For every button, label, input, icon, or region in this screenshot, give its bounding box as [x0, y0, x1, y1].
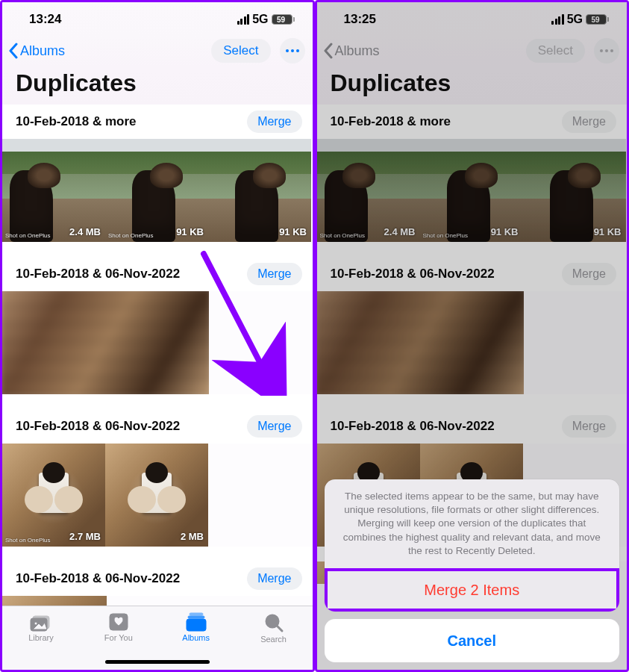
- cancel-button[interactable]: Cancel: [325, 619, 620, 662]
- status-bar: 13:24 5G 59: [2, 2, 313, 37]
- back-button: Albums: [323, 43, 380, 59]
- svg-line-9: [277, 626, 282, 631]
- watermark: Shot on OnePlus: [108, 232, 153, 239]
- tab-library[interactable]: Library: [11, 612, 71, 670]
- tab-label: Albums: [182, 633, 210, 642]
- more-button: [594, 38, 619, 63]
- file-size: 91 KB: [279, 226, 307, 237]
- ellipsis-icon: [286, 49, 299, 52]
- thumbnail[interactable]: Shot on OnePlus 2.4 MB: [2, 139, 105, 242]
- group-title: 10-Feb-2018 & 06-Nov-2022: [331, 267, 495, 281]
- tab-label: Library: [28, 633, 54, 642]
- watermark: Shot on OnePlus: [5, 537, 50, 544]
- thumbnail[interactable]: 2 MB: [105, 444, 208, 547]
- file-size: 2 MB: [181, 531, 204, 542]
- action-sheet: The selected items appear to be the same…: [325, 479, 620, 662]
- page-title: Duplicates: [2, 68, 313, 105]
- file-size: 2.4 MB: [384, 226, 416, 237]
- library-icon: [30, 612, 52, 632]
- file-size: 91 KB: [176, 226, 204, 237]
- phone-left: 13:24 5G 59 Albums Select Duplicates 10-…: [0, 0, 315, 672]
- thumbnail[interactable]: Shot on OnePlus 2.7 MB: [2, 444, 105, 547]
- group-title: 10-Feb-2018 & 06-Nov-2022: [16, 419, 180, 434]
- file-size: 2.7 MB: [69, 531, 101, 542]
- tab-search[interactable]: Search: [244, 612, 304, 670]
- action-sheet-message: The selected items appear to be the same…: [325, 479, 620, 568]
- status-right: 5G 59: [551, 13, 609, 26]
- duplicate-group: 10-Feb-2018 & 06-Nov-2022 Merge: [2, 257, 313, 394]
- file-size: 2.4 MB: [69, 226, 101, 237]
- group-title: 10-Feb-2018 & more: [16, 114, 137, 129]
- merge-button[interactable]: Merge: [247, 263, 301, 285]
- thumbnail[interactable]: Shot on OnePlus 91 KB: [105, 139, 208, 242]
- merge-button: Merge: [562, 263, 616, 285]
- chevron-left-icon: [8, 43, 19, 59]
- battery-icon: 59: [272, 14, 295, 25]
- group-title: 10-Feb-2018 & 06-Nov-2022: [16, 571, 180, 586]
- nav-bar: Albums Select: [2, 37, 313, 68]
- page-title: Duplicates: [317, 68, 628, 105]
- more-button[interactable]: [280, 38, 305, 63]
- merge-button: Merge: [562, 415, 616, 438]
- merge-items-button[interactable]: Merge 2 Items: [325, 568, 620, 612]
- svg-rect-5: [190, 613, 203, 615]
- signal-icon: [237, 14, 250, 25]
- battery-icon: 59: [586, 14, 609, 25]
- thumbnail: Shot on OnePlus 91 KB: [420, 139, 523, 242]
- merge-button[interactable]: Merge: [247, 111, 301, 133]
- group-title: 10-Feb-2018 & 06-Nov-2022: [331, 419, 495, 434]
- albums-icon: [185, 612, 207, 632]
- svg-rect-7: [187, 619, 206, 631]
- duplicate-group: 10-Feb-2018 & 06-Nov-2022 Merge Shot on …: [2, 409, 313, 547]
- duplicate-group: 10-Feb-2018 & more Merge Shot on OnePlus…: [2, 105, 313, 242]
- merge-button[interactable]: Merge: [247, 567, 301, 590]
- tab-label: For You: [104, 633, 133, 642]
- watermark: Shot on OnePlus: [320, 232, 365, 239]
- thumbnail[interactable]: [2, 596, 107, 606]
- back-label: Albums: [335, 43, 380, 59]
- back-button[interactable]: Albums: [8, 43, 65, 59]
- status-time: 13:25: [344, 12, 376, 27]
- thumbnail[interactable]: 91 KB: [208, 139, 311, 242]
- status-bar: 13:25 5G 59: [317, 2, 628, 37]
- group-title: 10-Feb-2018 & 06-Nov-2022: [16, 267, 180, 281]
- merge-button[interactable]: Merge: [247, 415, 301, 438]
- duplicate-group: 10-Feb-2018 & 06-Nov-2022 Merge: [317, 257, 628, 394]
- content[interactable]: 10-Feb-2018 & more Merge Shot on OnePlus…: [2, 105, 313, 606]
- network-label: 5G: [567, 13, 583, 26]
- home-indicator[interactable]: [105, 660, 210, 664]
- phone-right: 13:25 5G 59 Albums Select Duplicates 10-…: [315, 0, 630, 672]
- svg-rect-6: [188, 616, 204, 618]
- tab-bar: Library For You Albums Search: [2, 606, 313, 670]
- thumbnail[interactable]: [2, 291, 209, 394]
- file-size: 91 KB: [491, 226, 519, 237]
- duplicate-group: 10-Feb-2018 & 06-Nov-2022 Merge: [2, 561, 313, 606]
- svg-point-3: [34, 622, 37, 625]
- merge-button: Merge: [562, 111, 616, 133]
- thumbnail: Shot on OnePlus 2.4 MB: [317, 139, 420, 242]
- watermark: Shot on OnePlus: [423, 232, 468, 239]
- signal-icon: [551, 14, 564, 25]
- nav-bar: Albums Select: [317, 37, 628, 68]
- thumbnail: 91 KB: [523, 139, 626, 242]
- thumbnail: [317, 291, 524, 394]
- chevron-left-icon: [323, 43, 334, 59]
- search-icon: [263, 612, 284, 633]
- network-label: 5G: [252, 13, 268, 26]
- select-button: Select: [526, 39, 585, 63]
- ellipsis-icon: [600, 49, 613, 52]
- group-title: 10-Feb-2018 & more: [331, 114, 451, 129]
- status-time: 13:24: [29, 12, 61, 27]
- file-size: 91 KB: [594, 226, 622, 237]
- foryou-icon: [108, 612, 129, 632]
- watermark: Shot on OnePlus: [5, 232, 50, 239]
- status-right: 5G 59: [237, 13, 295, 26]
- duplicate-group: 10-Feb-2018 & more Merge Shot on OnePlus…: [317, 105, 628, 242]
- tab-label: Search: [260, 635, 287, 644]
- back-label: Albums: [20, 43, 65, 59]
- select-button[interactable]: Select: [211, 39, 270, 63]
